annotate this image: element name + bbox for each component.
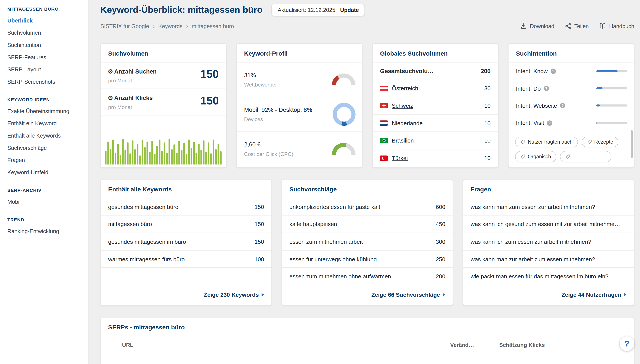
tag-chip[interactable]: Organisch bbox=[515, 151, 556, 162]
chevron-right-icon: › bbox=[186, 23, 188, 29]
country-link[interactable]: Niederlande bbox=[392, 120, 423, 126]
profil-sub: Wettbewerber bbox=[244, 81, 277, 88]
sidebar-item-enthaelt-alle-keywords[interactable]: Enthält alle Keywords bbox=[0, 130, 88, 142]
keyword-cell: kalte hauptspeisen bbox=[290, 221, 337, 228]
sidebar-section-title-serp-archiv: SERP-ARCHIV bbox=[7, 188, 88, 193]
card-serps: SERPs - mittagessen büro URL Veränd… Sch… bbox=[100, 317, 634, 364]
tag-label: Nutzer fragten auch bbox=[528, 139, 572, 145]
stat-value: 150 bbox=[200, 95, 219, 110]
value-cell: 150 bbox=[254, 204, 264, 210]
question-cell: was kann man zur arbeit zum essen mitneh… bbox=[471, 256, 595, 262]
country-link[interactable]: Brasilien bbox=[392, 137, 414, 144]
show-keywords-link[interactable]: Zeige 230 Keywords bbox=[204, 291, 264, 298]
table-row[interactable]: mittagessen büro 150 bbox=[101, 216, 272, 233]
breadcrumb-item-keywords[interactable]: Keywords bbox=[158, 23, 182, 29]
profil-row-competitors: 31% Wettbewerber bbox=[237, 62, 362, 97]
sidebar-item-serp-features[interactable]: SERP-Features bbox=[0, 52, 88, 64]
sidebar-section-title-trend: TREND bbox=[7, 217, 88, 222]
sidebar: MITTAGESSEN BÜRO Überblick Suchvolumen S… bbox=[0, 0, 89, 364]
keyword-cell: mittagessen büro bbox=[108, 221, 152, 228]
table-row[interactable]: gesundes mittagessen im büro 150 bbox=[101, 233, 272, 250]
column-header-url[interactable]: URL bbox=[122, 342, 450, 348]
intent-row-webseite: Intent: Webseite bbox=[508, 97, 634, 114]
card-title: Enthält alle Keywords bbox=[101, 180, 272, 198]
show-suggestions-link[interactable]: Zeige 66 Suchvorschläge bbox=[371, 291, 445, 298]
stat-sub: pro Monat bbox=[108, 104, 153, 110]
intent-row-do: Intent: Do bbox=[508, 80, 634, 97]
table-row[interactable]: was kann ich zum essen zur arbeit mitneh… bbox=[463, 233, 634, 250]
flag-netherlands-icon bbox=[380, 120, 388, 126]
keyword-cell: essen für unterwegs ohne kühlung bbox=[290, 256, 377, 262]
sidebar-item-suchintention[interactable]: Suchintention bbox=[0, 39, 88, 52]
keyword-cell: gesundes mittagessen büro bbox=[108, 204, 178, 210]
question-cell: was kann ich gesund zum essen mit zur ar… bbox=[471, 221, 620, 228]
sidebar-item-suchvorschlaege[interactable]: Suchvorschläge bbox=[0, 142, 88, 154]
breadcrumb-item-sistrix[interactable]: SISTRIX für Google bbox=[100, 23, 149, 29]
page-title: Keyword-Überblick: mittagessen büro bbox=[100, 3, 262, 16]
table-row[interactable]: essen zum mitnehmen ohne aufwärmen 200 bbox=[282, 268, 453, 285]
sidebar-item-ranking-entwicklung[interactable]: Ranking-Entwicklung bbox=[0, 225, 88, 238]
tag-label: Organisch bbox=[528, 154, 551, 160]
table-row[interactable]: warmes mittagessen fürs büro 100 bbox=[101, 250, 272, 268]
country-value: 10 bbox=[484, 155, 490, 161]
info-icon[interactable] bbox=[550, 68, 556, 74]
table-row[interactable]: essen zum mitnehmen arbeit 300 bbox=[282, 233, 453, 250]
card-enthaelt-alle-keywords: Enthält alle Keywords gesundes mittagess… bbox=[100, 179, 272, 306]
card-title: Suchvorschläge bbox=[282, 180, 453, 198]
download-button[interactable]: Download bbox=[520, 23, 554, 30]
sidebar-item-keyword-umfeld[interactable]: Keyword-Umfeld bbox=[0, 166, 88, 179]
table-row[interactable]: was kann man zum essen zur arbeit mitneh… bbox=[463, 198, 634, 216]
devices-donut bbox=[333, 103, 356, 126]
table-row[interactable]: was kann ich gesund zum essen mit zur ar… bbox=[463, 216, 634, 233]
sidebar-item-fragen[interactable]: Fragen bbox=[0, 154, 88, 166]
geo-row-turkey: Türkei 10 bbox=[373, 150, 498, 167]
sidebar-item-ueberblick[interactable]: Überblick bbox=[0, 15, 88, 27]
share-button[interactable]: Teilen bbox=[565, 23, 589, 30]
table-row[interactable]: gesundes mittagessen büro 150 bbox=[101, 198, 272, 216]
breadcrumb: SISTRIX für Google › Keywords › mittages… bbox=[100, 23, 234, 29]
arrow-right-icon bbox=[443, 293, 445, 296]
chevron-right-icon: › bbox=[153, 23, 154, 29]
sidebar-item-suchvolumen[interactable]: Suchvolumen bbox=[0, 27, 88, 39]
sidebar-item-exakte-uebereinstimmung[interactable]: Exakte Übereinstimmung bbox=[0, 105, 88, 118]
table-row[interactable]: kalte hauptspeisen 450 bbox=[282, 216, 453, 233]
value-cell: 600 bbox=[436, 204, 445, 210]
manual-button[interactable]: Handbuch bbox=[599, 23, 634, 30]
tag-icon bbox=[520, 154, 525, 159]
info-icon[interactable] bbox=[560, 103, 566, 108]
stat-label: Ø Anzahl Suchen bbox=[108, 68, 156, 74]
sidebar-item-mobil[interactable]: Mobil bbox=[0, 196, 88, 208]
profil-value: Mobil: 92% - Desktop: 8% bbox=[244, 106, 312, 113]
table-row[interactable]: wie packt man essen für das mittagessen … bbox=[463, 268, 634, 285]
keyword-cell: unkompliziertes essen für gäste kalt bbox=[290, 204, 380, 210]
card-scrollbar[interactable] bbox=[631, 130, 633, 158]
column-header-clicks[interactable]: Schätzung Klicks bbox=[499, 342, 581, 348]
table-row[interactable]: essen für unterwegs ohne kühlung 250 bbox=[282, 250, 453, 268]
card-suchvolumen: Suchvolumen Ø Anzahl Suchen pro Monat 15… bbox=[100, 43, 226, 168]
country-link[interactable]: Türkei bbox=[392, 155, 408, 161]
country-link[interactable]: Schweiz bbox=[392, 102, 413, 109]
tag-icon bbox=[520, 140, 525, 144]
profil-sub: Cost per Click (CPC) bbox=[244, 151, 293, 157]
table-row[interactable]: was kann man zur arbeit zum essen mitneh… bbox=[463, 250, 634, 268]
tag-chip[interactable]: Nutzer fragten auch bbox=[515, 136, 578, 147]
info-icon[interactable] bbox=[544, 86, 549, 91]
show-questions-link[interactable]: Zeige 44 Nutzerfragen bbox=[562, 291, 626, 298]
column-header-change[interactable]: Veränd… bbox=[450, 342, 499, 348]
value-cell: 150 bbox=[254, 221, 264, 228]
help-button[interactable]: ? bbox=[620, 336, 634, 351]
table-row[interactable]: unkompliziertes essen für gäste kalt 600 bbox=[282, 198, 453, 216]
value-cell: 250 bbox=[436, 256, 445, 262]
search-volume-bars bbox=[105, 138, 222, 164]
info-icon[interactable] bbox=[547, 120, 552, 126]
flag-austria-icon bbox=[380, 86, 388, 91]
country-link[interactable]: Österreich bbox=[392, 85, 418, 92]
update-button[interactable]: Update bbox=[340, 7, 359, 13]
tag-chip[interactable] bbox=[560, 151, 612, 162]
tag-chip[interactable]: Rezepte bbox=[582, 136, 618, 147]
sidebar-item-serp-layout[interactable]: SERP-Layout bbox=[0, 64, 88, 76]
competitors-gauge bbox=[332, 73, 355, 86]
sidebar-item-serp-screenshots[interactable]: SERP-Screenshots bbox=[0, 76, 88, 88]
sidebar-item-enthaelt-ein-keyword[interactable]: Enthält ein Keyword bbox=[0, 118, 88, 130]
app-window: MITTAGESSEN BÜRO Überblick Suchvolumen S… bbox=[0, 0, 640, 364]
